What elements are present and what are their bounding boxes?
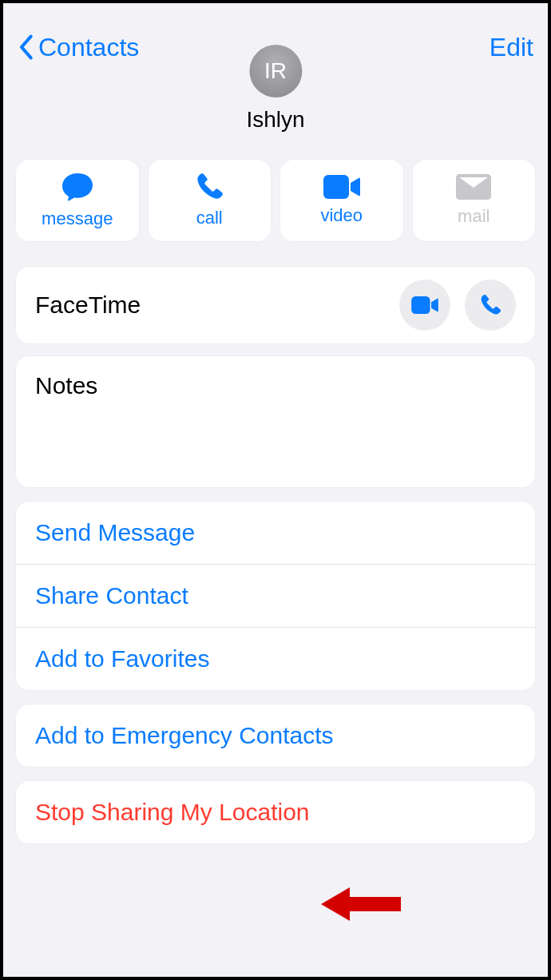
edit-button[interactable]: Edit bbox=[490, 33, 533, 62]
svg-rect-0 bbox=[323, 175, 349, 199]
add-favorites-row[interactable]: Add to Favorites bbox=[16, 627, 535, 690]
video-button[interactable]: video bbox=[280, 160, 403, 241]
options-group-1: Send Message Share Contact Add to Favori… bbox=[16, 502, 535, 690]
share-contact-row[interactable]: Share Contact bbox=[16, 564, 535, 627]
mail-button: mail bbox=[413, 160, 536, 241]
stop-sharing-row[interactable]: Stop Sharing My Location bbox=[16, 781, 535, 843]
avatar[interactable]: IR bbox=[249, 45, 302, 97]
call-label: call bbox=[196, 208, 223, 228]
facetime-label: FaceTime bbox=[35, 292, 141, 319]
back-button[interactable]: Contacts bbox=[18, 33, 139, 62]
facetime-audio-button[interactable] bbox=[465, 280, 516, 331]
facetime-card: FaceTime bbox=[16, 267, 535, 343]
mail-icon bbox=[456, 174, 491, 200]
send-message-row[interactable]: Send Message bbox=[16, 502, 535, 564]
header: Contacts Edit IR Ishlyn bbox=[3, 11, 548, 83]
notes-card[interactable]: Notes bbox=[16, 356, 535, 487]
add-emergency-row[interactable]: Add to Emergency Contacts bbox=[16, 704, 535, 767]
facetime-video-button[interactable] bbox=[399, 280, 450, 331]
video-icon bbox=[323, 175, 360, 199]
contact-name: Ishlyn bbox=[246, 107, 304, 133]
svg-marker-2 bbox=[321, 887, 401, 921]
phone-icon bbox=[479, 294, 501, 316]
quick-actions: message call video mail bbox=[3, 147, 548, 254]
options-group-2: Add to Emergency Contacts bbox=[16, 704, 535, 767]
chevron-left-icon bbox=[18, 34, 34, 61]
message-icon bbox=[61, 172, 94, 202]
annotation-arrow bbox=[321, 883, 401, 926]
video-label: video bbox=[320, 205, 363, 226]
message-label: message bbox=[42, 208, 113, 229]
video-icon bbox=[411, 296, 438, 314]
call-button[interactable]: call bbox=[149, 160, 272, 241]
phone-icon bbox=[195, 173, 224, 201]
options-group-3: Stop Sharing My Location bbox=[16, 781, 535, 843]
avatar-initials: IR bbox=[264, 58, 287, 84]
notes-label: Notes bbox=[16, 356, 535, 487]
svg-rect-1 bbox=[411, 296, 430, 314]
message-button[interactable]: message bbox=[16, 160, 139, 241]
mail-label: mail bbox=[458, 206, 490, 227]
back-label: Contacts bbox=[38, 33, 139, 62]
